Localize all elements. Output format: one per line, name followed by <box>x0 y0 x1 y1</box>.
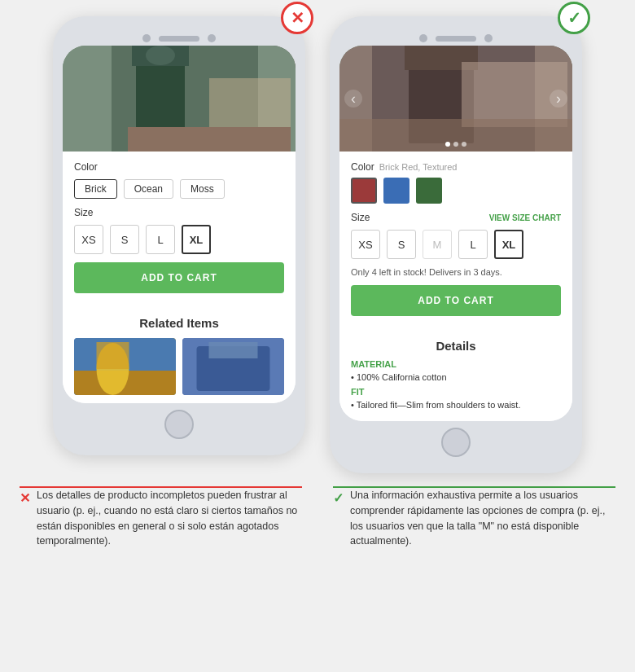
right-size-row: Size VIEW SIZE CHART <box>351 212 561 223</box>
left-related-title: Related Items <box>74 316 284 330</box>
bad-caption-text-wrapper: ✕ Los detalles de producto incompletos p… <box>16 488 305 549</box>
left-screen: Color Brick Ocean Moss Size XS S L XL <box>63 46 296 403</box>
left-phone-wrapper: ✕ <box>53 16 305 455</box>
svg-rect-6 <box>209 78 291 127</box>
left-color-label: Color <box>74 161 284 173</box>
svg-rect-13 <box>209 342 258 358</box>
left-size-xs[interactable]: XS <box>74 225 103 254</box>
left-size-l[interactable]: L <box>146 225 175 254</box>
carousel-left-arrow[interactable]: ‹ <box>344 90 362 108</box>
phones-comparison: ✕ <box>16 16 619 473</box>
right-color-label: Color <box>351 161 374 173</box>
right-product-details: Color Brick Red, Textured Size VIEW SIZE… <box>339 152 572 331</box>
carousel-right-arrow[interactable]: › <box>550 90 567 108</box>
svg-point-4 <box>146 46 175 65</box>
svg-rect-19 <box>339 119 572 152</box>
left-phone-frame: Color Brick Ocean Moss Size XS S L XL <box>53 16 305 455</box>
left-size-s[interactable]: S <box>110 225 139 254</box>
bad-badge: ✕ <box>281 2 313 34</box>
right-swatch-ocean[interactable] <box>383 178 409 204</box>
caption-text-row: ✕ Los detalles de producto incompletos p… <box>16 488 619 549</box>
carousel-dot-3[interactable] <box>462 142 466 147</box>
right-size-options: XS S M L XL <box>351 230 561 259</box>
left-size-options: XS S L XL <box>74 225 284 254</box>
left-product-details: Color Brick Ocean Moss Size XS S L XL <box>63 152 296 308</box>
left-phone-top <box>63 28 296 46</box>
material-value: • 100% California cotton <box>351 372 561 382</box>
left-color-ocean[interactable]: Ocean <box>124 179 173 199</box>
left-add-to-cart-button[interactable]: ADD TO CART <box>74 262 284 293</box>
right-size-xl[interactable]: XL <box>494 230 523 259</box>
view-size-chart-link[interactable]: VIEW SIZE CHART <box>489 213 561 222</box>
left-product-screen: Color Brick Ocean Moss Size XS S L XL <box>63 46 296 403</box>
left-home-button[interactable] <box>164 410 194 439</box>
svg-rect-2 <box>136 62 185 135</box>
right-phone-wrapper: ✓ <box>330 16 582 473</box>
left-related-item-2[interactable] <box>182 338 284 395</box>
right-phone-top <box>339 28 572 46</box>
right-size-l[interactable]: L <box>458 230 488 259</box>
right-speaker <box>436 36 476 42</box>
material-label: MATERIAL <box>351 359 561 369</box>
right-camera-2 <box>484 34 493 42</box>
bad-caption-icon: ✕ <box>20 489 30 508</box>
right-product-image: ‹ › <box>339 46 572 152</box>
right-color-subtitle: Brick Red, Textured <box>379 162 458 172</box>
left-color-moss[interactable]: Moss <box>180 179 225 199</box>
right-size-label: Size <box>351 212 370 223</box>
left-related-item-1[interactable] <box>74 338 176 395</box>
right-add-to-cart-button[interactable]: ADD TO CART <box>351 285 561 316</box>
svg-rect-5 <box>128 127 291 152</box>
left-camera <box>142 34 151 42</box>
right-size-xs[interactable]: XS <box>351 230 380 259</box>
left-speaker <box>159 36 199 42</box>
right-color-swatches <box>351 178 561 204</box>
right-phone-frame: ‹ › Color Brick <box>330 16 582 473</box>
fit-label: FIT <box>351 387 561 397</box>
good-caption-text-wrapper: ✓ Una información exhaustiva permite a l… <box>330 488 619 549</box>
left-size-xl[interactable]: XL <box>182 225 211 254</box>
left-size-label: Size <box>74 207 284 218</box>
carousel-dots <box>445 142 466 147</box>
right-size-m[interactable]: M <box>423 230 452 259</box>
right-home-button[interactable] <box>441 428 471 457</box>
right-swatch-moss[interactable] <box>416 178 442 204</box>
good-caption-icon: ✓ <box>333 489 344 508</box>
right-screen: ‹ › Color Brick <box>339 46 572 421</box>
left-camera-2 <box>208 34 216 42</box>
stock-notice: Only 4 left in stock! Delivers in 3 days… <box>351 267 561 277</box>
left-color-options: Brick Ocean Moss <box>74 179 284 199</box>
svg-rect-10 <box>97 342 129 369</box>
right-details-section: Details MATERIAL • 100% California cotto… <box>339 331 572 421</box>
fit-value: • Tailored fit—Slim from shoulders to wa… <box>351 400 561 410</box>
carousel-dot-2[interactable] <box>453 142 458 147</box>
left-related-section: Related Items <box>63 308 296 403</box>
right-camera <box>419 34 427 42</box>
carousel-dot-1[interactable] <box>445 142 450 147</box>
right-phone-bottom <box>339 421 572 462</box>
right-swatch-brick[interactable] <box>351 178 377 204</box>
right-size-s[interactable]: S <box>387 230 416 259</box>
left-color-brick[interactable]: Brick <box>74 179 117 199</box>
bad-caption-text: Los detalles de producto incompletos pue… <box>37 488 302 549</box>
good-badge: ✓ <box>558 2 590 34</box>
left-related-grid <box>74 338 284 395</box>
good-caption-text: Una información exhaustiva permite a los… <box>350 488 615 549</box>
details-title: Details <box>351 339 561 353</box>
right-product-screen: ‹ › Color Brick <box>339 46 572 421</box>
left-phone-bottom <box>63 403 296 444</box>
left-product-image <box>63 46 296 152</box>
